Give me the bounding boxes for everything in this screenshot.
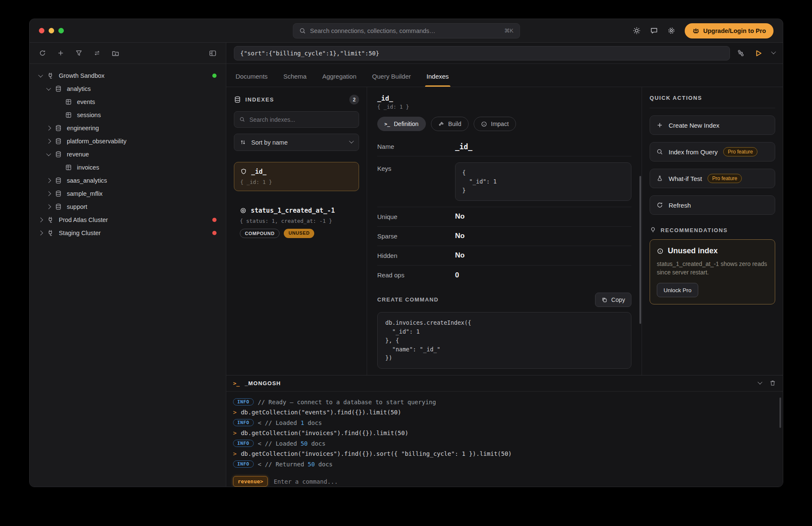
titlebar: Search connections, collections, command… xyxy=(30,19,783,43)
sidebar-item-prod-atlas-cluster[interactable]: Prod Atlas Cluster xyxy=(34,213,222,226)
database-icon xyxy=(55,177,62,184)
index-detail-subtitle: { _id: 1 } xyxy=(377,104,631,110)
copy-command-button[interactable]: Copy xyxy=(595,293,631,307)
field-row-name: Name _id_ xyxy=(377,137,631,156)
quick-actions-panel: QUICK ACTIONS Create New Index Index fro… xyxy=(642,87,783,375)
trash-icon[interactable] xyxy=(769,380,776,386)
tab-query-builder[interactable]: Query Builder xyxy=(372,73,411,87)
field-row-unique: Unique No xyxy=(377,207,631,227)
terminal-line: INFO < // Loaded 50 docs xyxy=(233,438,776,449)
settings-gear-icon[interactable] xyxy=(667,27,675,35)
query-options-chevron-icon[interactable] xyxy=(771,49,776,54)
search-icon xyxy=(299,27,306,34)
upgrade-pro-button[interactable]: Upgrade/Login to Pro xyxy=(685,23,774,38)
index-from-query-button[interactable]: Index from Query Pro feature xyxy=(650,142,775,162)
tab-indexes[interactable]: Indexes xyxy=(427,73,449,87)
global-search-input[interactable]: Search connections, collections, command… xyxy=(293,23,520,38)
database-icon xyxy=(55,125,62,132)
index-search-field[interactable] xyxy=(234,111,359,128)
impact-tab-button[interactable]: Impact xyxy=(474,117,516,131)
sidebar: Growth Sandbox analytics events sessions xyxy=(30,43,226,487)
chevron-down-icon[interactable] xyxy=(46,85,51,90)
pro-feature-badge: Pro feature xyxy=(708,174,742,183)
export-to-language-icon[interactable] xyxy=(737,49,745,57)
definition-tab-button[interactable]: >_ Definition xyxy=(377,117,426,131)
build-tab-button[interactable]: Build xyxy=(431,117,469,131)
feedback-chat-icon[interactable] xyxy=(650,27,658,35)
sidebar-item-platform-observability[interactable]: platform_observability xyxy=(34,134,222,148)
collection-label: sessions xyxy=(77,112,217,118)
swap-connections-icon[interactable] xyxy=(93,49,101,57)
chevron-right-icon[interactable] xyxy=(46,191,51,196)
index-name: status_1_created_at_-1 xyxy=(251,207,335,214)
field-value: 0 xyxy=(455,271,459,279)
index-search-input[interactable] xyxy=(250,116,354,123)
sidebar-item-revenue[interactable]: revenue xyxy=(34,148,222,161)
query-input[interactable]: {"sort":{"billing_cycle":1},"limit":50} xyxy=(234,46,730,60)
global-search-placeholder: Search connections, collections, command… xyxy=(310,27,500,34)
main-panel: {"sort":{"billing_cycle":1},"limit":50} … xyxy=(226,43,783,487)
connections-tree: Growth Sandbox analytics events sessions xyxy=(30,64,226,239)
tab-documents[interactable]: Documents xyxy=(236,73,268,87)
info-circle-icon xyxy=(657,248,664,255)
shell-context-badge: revenue> xyxy=(233,476,268,487)
new-folder-icon[interactable] xyxy=(112,49,119,57)
detail-scrollbar[interactable] xyxy=(639,176,641,324)
refresh-indexes-button[interactable]: Refresh xyxy=(650,195,775,215)
sidebar-item-staging-cluster[interactable]: Staging Cluster xyxy=(34,226,222,239)
terminal-command-field[interactable] xyxy=(274,478,510,485)
sidebar-item-analytics[interactable]: analytics xyxy=(34,82,222,95)
filter-icon[interactable] xyxy=(75,49,82,57)
index-list-item-status-created[interactable]: status_1_created_at_-1 { status: 1, crea… xyxy=(234,201,359,244)
sidebar-item-saas-analytics[interactable]: saas_analytics xyxy=(34,174,222,187)
index-list-item-id[interactable]: _id_ { _id: 1 } xyxy=(234,162,359,191)
database-icon xyxy=(55,138,62,145)
sort-dropdown[interactable]: Sort by name xyxy=(234,134,359,151)
collapse-sidebar-icon[interactable] xyxy=(209,49,217,57)
terminal-prompt-icon: >_ xyxy=(233,380,240,386)
chevron-down-icon[interactable] xyxy=(38,72,43,77)
chevron-right-icon[interactable] xyxy=(46,204,51,209)
terminal-command-input[interactable] xyxy=(274,478,510,485)
database-label: saas_analytics xyxy=(67,177,217,184)
sidebar-item-support[interactable]: support xyxy=(34,200,222,213)
refresh-connections-icon[interactable] xyxy=(39,49,46,57)
chevron-right-icon[interactable] xyxy=(46,139,51,143)
chevron-down-icon[interactable] xyxy=(46,151,51,156)
sidebar-item-growth-sandbox[interactable]: Growth Sandbox xyxy=(34,69,222,82)
field-row-readops: Read ops 0 xyxy=(377,266,631,285)
database-label: platform_observability xyxy=(67,138,217,145)
tab-aggregation[interactable]: Aggregation xyxy=(322,73,357,87)
terminal-scrollbar[interactable] xyxy=(779,397,781,428)
shortcut-hint: ⌘K xyxy=(504,27,513,34)
run-query-icon[interactable] xyxy=(754,49,763,58)
close-window-button[interactable] xyxy=(39,28,44,33)
sidebar-item-events[interactable]: events xyxy=(34,95,222,108)
collapse-terminal-icon[interactable] xyxy=(757,379,762,384)
chevron-right-icon[interactable] xyxy=(46,178,51,183)
minimize-window-button[interactable] xyxy=(49,28,54,33)
chevron-right-icon[interactable] xyxy=(38,230,43,235)
tab-schema[interactable]: Schema xyxy=(283,73,307,87)
chevron-right-icon[interactable] xyxy=(38,217,43,222)
zoom-window-button[interactable] xyxy=(58,28,64,33)
sidebar-toolbar xyxy=(30,43,226,64)
chevron-right-icon[interactable] xyxy=(46,126,51,130)
sidebar-item-invoices[interactable]: invoices xyxy=(34,161,222,174)
create-command-code: db.invoices.createIndex({ "_id": 1 }, { … xyxy=(377,312,631,369)
collection-label: invoices xyxy=(77,164,217,171)
unlock-pro-button[interactable]: Unlock Pro xyxy=(657,283,698,297)
create-new-index-button[interactable]: Create New Index xyxy=(650,115,775,135)
flask-icon xyxy=(656,175,663,182)
database-icon xyxy=(55,151,62,158)
what-if-test-button[interactable]: What-if Test Pro feature xyxy=(650,169,775,188)
sidebar-item-sample-mflix[interactable]: sample_mflix xyxy=(34,187,222,200)
field-label: Sparse xyxy=(377,233,455,240)
traffic-lights xyxy=(39,28,64,33)
index-keys: { _id: 1 } xyxy=(240,179,353,185)
sidebar-item-sessions[interactable]: sessions xyxy=(34,108,222,121)
theme-toggle-icon[interactable] xyxy=(633,27,641,35)
app-window: Search connections, collections, command… xyxy=(29,19,783,487)
sidebar-item-engineering[interactable]: engineering xyxy=(34,121,222,134)
add-connection-icon[interactable] xyxy=(57,49,64,57)
